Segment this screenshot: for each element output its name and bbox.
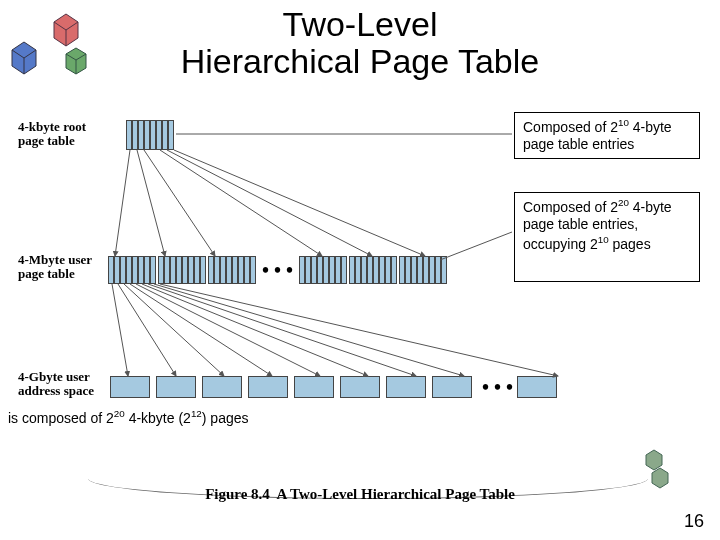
svg-line-20: [148, 284, 416, 376]
title-line-1: Two-Level: [283, 5, 438, 43]
label-user-address-space: 4-Gbyte useraddress space: [18, 370, 94, 399]
address-space-row: • • •: [110, 376, 563, 399]
svg-line-11: [160, 150, 322, 256]
svg-line-16: [124, 284, 224, 376]
note-root: Composed of 210 4-byte page table entrie…: [514, 112, 700, 159]
svg-line-12: [167, 150, 372, 256]
ellipsis-icon: • • •: [478, 376, 517, 399]
ellipsis-icon: • • •: [256, 256, 299, 284]
svg-line-7: [440, 232, 512, 260]
decor-cubes-bottom: [638, 446, 678, 496]
svg-line-8: [115, 150, 130, 256]
svg-line-18: [136, 284, 320, 376]
note-bottom: is composed of 220 4-kbyte (212) pages: [8, 408, 249, 426]
title-line-2: Hierarchical Page Table: [181, 42, 539, 80]
svg-marker-23: [646, 450, 662, 470]
svg-line-9: [137, 150, 165, 256]
note-user: Composed of 220 4-byte page table entrie…: [514, 192, 700, 282]
svg-line-21: [154, 284, 464, 376]
svg-line-19: [142, 284, 368, 376]
svg-line-15: [118, 284, 176, 376]
svg-line-13: [174, 150, 425, 256]
user-page-table-row: • • •: [108, 256, 447, 284]
page-number: 16: [684, 511, 704, 532]
label-user-page-table: 4-Mbyte userpage table: [18, 253, 92, 282]
page-title: Two-Level Hierarchical Page Table: [0, 6, 720, 81]
decor-cubes-top: [6, 12, 106, 82]
svg-line-22: [160, 284, 558, 376]
label-root-page-table: 4-kbyte rootpage table: [18, 120, 86, 149]
svg-line-10: [144, 150, 215, 256]
svg-line-14: [112, 284, 128, 376]
root-page-table-block: [126, 120, 174, 150]
svg-line-17: [130, 284, 272, 376]
figure-caption: Figure 8.4 A Two-Level Hierarchical Page…: [205, 486, 515, 503]
svg-marker-24: [652, 468, 668, 488]
